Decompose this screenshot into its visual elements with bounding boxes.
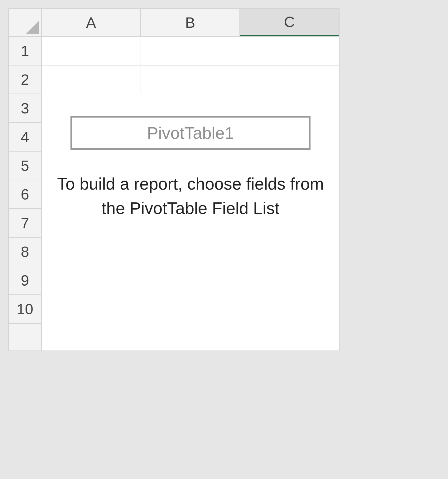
- column-headers: A B C: [9, 9, 339, 37]
- row-header-label: 8: [21, 243, 29, 260]
- column-header-C[interactable]: C: [240, 9, 339, 36]
- row-headers: 1 2 3 4 5 6 7 8 9 10: [9, 37, 42, 351]
- grid-row: [42, 37, 339, 65]
- row-header-10[interactable]: 10: [9, 295, 41, 324]
- row-header-4[interactable]: 4: [9, 123, 41, 152]
- column-header-label: A: [86, 14, 96, 31]
- row-header-3[interactable]: 3: [9, 94, 41, 123]
- row-header-label: 9: [21, 272, 29, 289]
- grid-body: PivotTable1 To build a report, choose fi…: [42, 37, 339, 351]
- row-header-6[interactable]: 6: [9, 180, 41, 209]
- row-header-2[interactable]: 2: [9, 65, 41, 94]
- row-header-label: 10: [17, 301, 33, 318]
- row-header-8[interactable]: 8: [9, 238, 41, 266]
- row-header-label: 5: [21, 157, 29, 174]
- svg-marker-0: [26, 21, 39, 34]
- column-header-label: B: [185, 14, 195, 31]
- row-header-1[interactable]: 1: [9, 37, 41, 65]
- row-header-9[interactable]: 9: [9, 266, 41, 295]
- row-header-label: 7: [21, 215, 29, 232]
- pivottable-name-label: PivotTable1: [147, 123, 234, 143]
- pivottable-name-box: PivotTable1: [70, 116, 311, 150]
- grid-row: [42, 65, 339, 94]
- row-header-7[interactable]: 7: [9, 209, 41, 238]
- column-header-A[interactable]: A: [42, 9, 141, 36]
- cell-A2[interactable]: [42, 65, 141, 94]
- row-header-label: 3: [21, 100, 29, 117]
- row-header-label: 1: [21, 42, 29, 60]
- row-header-label: 2: [21, 71, 29, 88]
- cell-B1[interactable]: [141, 37, 240, 65]
- pivottable-placeholder[interactable]: PivotTable1 To build a report, choose fi…: [42, 94, 339, 351]
- cell-A1[interactable]: [42, 37, 141, 65]
- cell-C1[interactable]: [240, 37, 339, 65]
- row-header-5[interactable]: 5: [9, 152, 41, 180]
- select-all-triangle[interactable]: [9, 9, 42, 36]
- column-header-label: C: [284, 13, 295, 31]
- spreadsheet-view: A B C 1 2 3 4 5 6 7 8 9 10 PivotTable1 T…: [9, 9, 339, 351]
- row-header-label: 6: [21, 186, 29, 203]
- cell-B2[interactable]: [141, 65, 240, 94]
- cell-C2[interactable]: [240, 65, 339, 94]
- row-header-label: 4: [21, 128, 29, 146]
- pivottable-instruction: To build a report, choose fields from th…: [53, 172, 328, 220]
- select-all-icon: [26, 21, 39, 34]
- column-header-B[interactable]: B: [141, 9, 240, 36]
